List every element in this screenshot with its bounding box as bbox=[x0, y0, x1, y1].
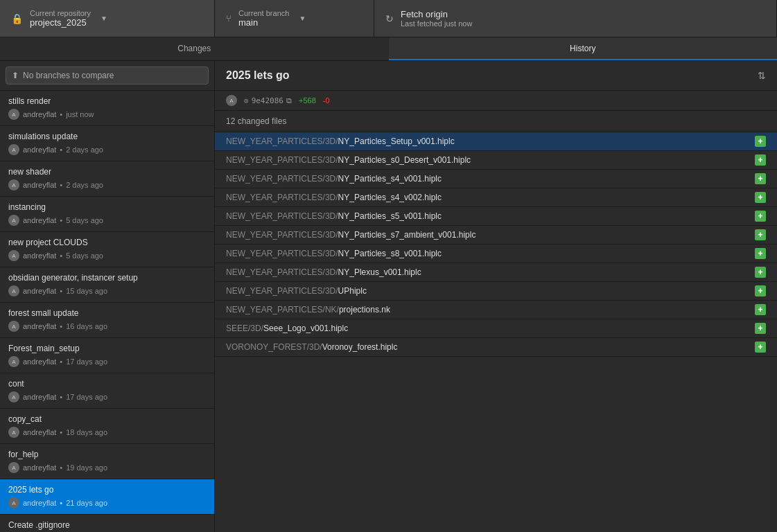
commit-time: 17 days ago bbox=[66, 393, 107, 401]
commit-time: 5 days ago bbox=[66, 216, 103, 224]
commit-title: 2025 lets go bbox=[8, 485, 206, 495]
file-item[interactable]: NEW_YEAR_PARTICLES/3D/NY_Particles_s4_v0… bbox=[215, 188, 777, 207]
commit-time: 5 days ago bbox=[66, 251, 103, 260]
commit-meta: Aandreyflat • 17 days ago bbox=[8, 391, 206, 402]
commit-title: Create .gitignore bbox=[8, 520, 206, 530]
commit-item[interactable]: stills renderAandreyflat • just now bbox=[0, 91, 214, 126]
file-added-icon: + bbox=[755, 192, 766, 203]
file-path: NEW_YEAR_PARTICLES/3D/NY_Particles_s7_am… bbox=[226, 230, 749, 240]
branch-compare-button[interactable]: ⬆ No branches to compare bbox=[6, 66, 209, 85]
commit-title: simulations update bbox=[8, 132, 206, 141]
changed-files-count: 12 changed files bbox=[215, 111, 777, 132]
file-path: NEW_YEAR_PARTICLES/3D/NY_Particles_s0_De… bbox=[226, 155, 749, 165]
commit-time: 2 days ago bbox=[66, 181, 103, 189]
file-added-icon: + bbox=[755, 304, 766, 315]
commit-meta: Aandreyflat • just now bbox=[8, 109, 206, 120]
commit-item[interactable]: copy_catAandreyflat • 18 days ago bbox=[0, 409, 214, 444]
file-added-icon: + bbox=[755, 267, 766, 278]
commit-item[interactable]: Forest_main_setupAandreyflat • 17 days a… bbox=[0, 338, 214, 373]
commit-item[interactable]: contAandreyflat • 17 days ago bbox=[0, 373, 214, 409]
commit-time: 17 days ago bbox=[66, 357, 107, 366]
right-panel: 2025 lets go ⇅ A ⊙ 9e42086 ⧉ +568 -0 12 … bbox=[215, 61, 777, 532]
file-added-icon: + bbox=[755, 323, 766, 334]
commit-title: forest small update bbox=[8, 308, 206, 318]
tab-bar: Changes History bbox=[0, 37, 777, 61]
commit-item[interactable]: forest small updateAandreyflat • 16 days… bbox=[0, 303, 214, 338]
commit-item[interactable]: instancingAandreyflat • 5 days ago bbox=[0, 197, 214, 232]
commit-node-icon: ⊙ bbox=[244, 96, 249, 105]
avatar: A bbox=[8, 356, 19, 367]
commit-title: new shader bbox=[8, 167, 206, 177]
file-path: NEW_YEAR_PARTICLES/3D/NY_Particles_s8_v0… bbox=[226, 249, 749, 258]
stat-added: +568 bbox=[299, 96, 316, 105]
file-item[interactable]: NEW_YEAR_PARTICLES/NK/projections.nk+ bbox=[215, 301, 777, 319]
fetch-sublabel: Last fetched just now bbox=[401, 19, 472, 28]
file-item[interactable]: VORONOY_FOREST/3D/Voronoy_forest.hiplc+ bbox=[215, 338, 777, 357]
fetch-label: Fetch origin bbox=[401, 9, 472, 19]
repo-label: Current repository bbox=[30, 9, 91, 17]
file-item[interactable]: NEW_YEAR_PARTICLES/3D/NY_Plexus_v001.hip… bbox=[215, 263, 777, 282]
commit-item[interactable]: new shaderAandreyflat • 2 days ago bbox=[0, 161, 214, 197]
file-added-icon: + bbox=[755, 285, 766, 296]
fetch-origin-section[interactable]: ↻ Fetch origin Last fetched just now bbox=[374, 0, 777, 37]
stat-removed: -0 bbox=[323, 96, 330, 105]
file-added-icon: + bbox=[755, 154, 766, 166]
current-repository-section[interactable]: 🔒 Current repository projects_2025 ▼ bbox=[0, 0, 215, 37]
commit-title: instancing bbox=[8, 202, 206, 212]
commit-time: 2 days ago bbox=[66, 145, 103, 154]
commit-time: 16 days ago bbox=[66, 322, 107, 330]
commit-author: andreyflat bbox=[23, 428, 56, 436]
file-added-icon: + bbox=[755, 136, 766, 147]
commit-author: andreyflat bbox=[23, 357, 56, 366]
tab-changes[interactable]: Changes bbox=[0, 37, 389, 60]
commit-item[interactable]: obsidian generator, instancer setupAandr… bbox=[0, 267, 214, 303]
avatar: A bbox=[8, 179, 19, 190]
branch-info: Current branch main bbox=[238, 9, 289, 28]
avatar: A bbox=[8, 215, 19, 226]
file-path: NEW_YEAR_PARTICLES/3D/NY_Plexus_v001.hip… bbox=[226, 267, 749, 277]
repo-info: Current repository projects_2025 bbox=[30, 9, 91, 28]
file-item[interactable]: NEW_YEAR_PARTICLES/3D/NY_Particles_s7_am… bbox=[215, 226, 777, 245]
commit-item[interactable]: for_helpAandreyflat • 19 days ago bbox=[0, 444, 214, 479]
commit-header: 2025 lets go ⇅ bbox=[215, 61, 777, 91]
file-item[interactable]: NEW_YEAR_PARTICLES/3D/NY_Particles_s5_v0… bbox=[215, 207, 777, 226]
file-item[interactable]: NEW_YEAR_PARTICLES/3D/NY_Particles_Setup… bbox=[215, 132, 777, 151]
tab-history[interactable]: History bbox=[389, 37, 778, 60]
file-list: NEW_YEAR_PARTICLES/3D/NY_Particles_Setup… bbox=[215, 132, 777, 532]
left-panel: ⬆ No branches to compare stills renderAa… bbox=[0, 61, 215, 532]
current-branch-section[interactable]: ⑂ Current branch main ▼ bbox=[215, 0, 374, 37]
sort-icon[interactable]: ⇅ bbox=[758, 70, 766, 81]
file-added-icon: + bbox=[755, 342, 766, 353]
commit-list: stills renderAandreyflat • just nowsimul… bbox=[0, 91, 214, 532]
commit-item[interactable]: new project CLOUDSAandreyflat • 5 days a… bbox=[0, 232, 214, 267]
file-item[interactable]: NEW_YEAR_PARTICLES/3D/NY_Particles_s8_v0… bbox=[215, 245, 777, 263]
file-item[interactable]: NEW_YEAR_PARTICLES/3D/UPhiplc+ bbox=[215, 282, 777, 301]
commit-meta: Aandreyflat • 5 days ago bbox=[8, 250, 206, 261]
branch-icon: ⑂ bbox=[226, 13, 232, 24]
branch-label: Current branch bbox=[238, 9, 289, 17]
branch-compare-section: ⬆ No branches to compare bbox=[0, 61, 214, 91]
avatar: A bbox=[8, 497, 19, 508]
commit-item[interactable]: Create .gitignoreAAndrey Flat • 21 days … bbox=[0, 515, 214, 532]
commit-meta: Aandreyflat • 5 days ago bbox=[8, 215, 206, 226]
commit-author: andreyflat bbox=[23, 110, 56, 118]
avatar: A bbox=[8, 321, 19, 332]
copy-icon[interactable]: ⧉ bbox=[286, 96, 292, 105]
commit-item[interactable]: 2025 lets goAandreyflat • 21 days ago bbox=[0, 479, 214, 515]
file-path: NEW_YEAR_PARTICLES/3D/UPhiplc bbox=[226, 286, 749, 296]
file-item[interactable]: NEW_YEAR_PARTICLES/3D/NY_Particles_s0_De… bbox=[215, 151, 777, 170]
commit-title: Forest_main_setup bbox=[8, 344, 206, 353]
author-avatar: A bbox=[226, 95, 237, 106]
commit-time: 15 days ago bbox=[66, 287, 107, 295]
commit-time: just now bbox=[66, 110, 94, 118]
file-item[interactable]: NEW_YEAR_PARTICLES/3D/NY_Particles_s4_v0… bbox=[215, 170, 777, 188]
file-item[interactable]: SEEE/3D/Seee_Logo_v001.hiplc+ bbox=[215, 319, 777, 338]
commit-item[interactable]: simulations updateAandreyflat • 2 days a… bbox=[0, 126, 214, 161]
file-added-icon: + bbox=[755, 173, 766, 184]
file-path: NEW_YEAR_PARTICLES/NK/projections.nk bbox=[226, 305, 749, 314]
commit-author: andreyflat bbox=[23, 216, 56, 224]
commit-meta: Aandreyflat • 2 days ago bbox=[8, 179, 206, 190]
commit-time: 19 days ago bbox=[66, 463, 107, 472]
compare-icon: ⬆ bbox=[12, 71, 19, 80]
commit-title: cont bbox=[8, 379, 206, 389]
